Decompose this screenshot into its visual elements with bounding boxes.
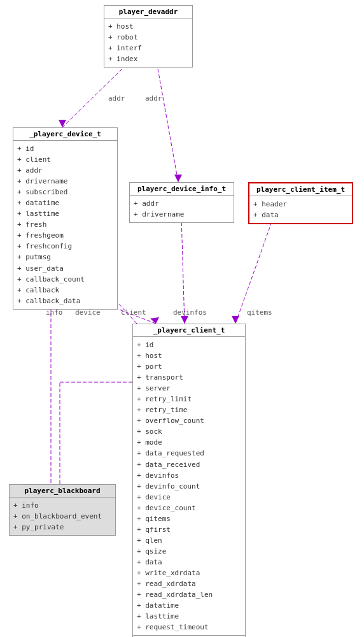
field: + id bbox=[137, 340, 241, 350]
field: + mode bbox=[137, 437, 241, 448]
svg-marker-3 bbox=[174, 175, 182, 182]
field: + qitems bbox=[137, 513, 241, 524]
field: + addr bbox=[134, 198, 230, 209]
field: + overflow_count bbox=[137, 415, 241, 426]
field: + read_xdrdata_len bbox=[137, 589, 241, 600]
field: + devinfo_count bbox=[137, 481, 241, 492]
field: + data bbox=[137, 557, 241, 568]
field: + transport bbox=[137, 372, 241, 383]
field: + data bbox=[253, 210, 348, 220]
playerc-blackboard-box: playerc_blackboard + info + on_blackboar… bbox=[9, 484, 116, 536]
playerc-blackboard-title: playerc_blackboard bbox=[10, 485, 115, 497]
field: + callback_count bbox=[17, 274, 113, 285]
field: + datatime bbox=[137, 600, 241, 611]
field: + index bbox=[108, 54, 188, 64]
label-addr-2: addr bbox=[145, 94, 162, 103]
playerc-device-info-t-box: playerc_device_info_t + addr + drivernam… bbox=[129, 182, 234, 223]
playerc-client-t-body: + id + host + port + transport + server … bbox=[133, 337, 245, 635]
playerc-device-t-box: _playerc_device_t + id + client + addr +… bbox=[13, 127, 118, 310]
svg-marker-11 bbox=[181, 316, 188, 324]
svg-line-2 bbox=[158, 69, 178, 182]
field: + lasttime bbox=[17, 208, 113, 219]
svg-marker-1 bbox=[59, 120, 66, 127]
playerc-client-item-t-body: + header + data bbox=[249, 196, 352, 223]
field: + user_data bbox=[17, 263, 113, 274]
svg-line-12 bbox=[235, 217, 274, 324]
field: + data_requested bbox=[137, 448, 241, 459]
field: + retry_limit bbox=[137, 394, 241, 404]
field: + header bbox=[253, 199, 348, 210]
player-devaddr-title: player_devaddr bbox=[104, 6, 192, 18]
field: + interf bbox=[108, 43, 188, 54]
field: + freshconfig bbox=[17, 241, 113, 252]
field: + retry_time bbox=[137, 404, 241, 415]
field: + on_blackboard_event bbox=[13, 511, 111, 522]
field: + info bbox=[13, 500, 111, 511]
field: + host bbox=[137, 350, 241, 361]
label-qitems: qitems bbox=[247, 308, 272, 317]
diagram-container: player_devaddr + host + robot + interf +… bbox=[0, 0, 364, 637]
field: + fresh bbox=[17, 219, 113, 230]
playerc-client-t-box: _playerc_client_t + id + host + port + t… bbox=[132, 324, 246, 637]
label-addr-1: addr bbox=[108, 94, 125, 103]
svg-line-10 bbox=[181, 217, 185, 324]
field: + callback_data bbox=[17, 296, 113, 306]
svg-marker-13 bbox=[232, 316, 239, 324]
field: + read_xdrdata bbox=[137, 578, 241, 589]
field: + write_xdrdata bbox=[137, 568, 241, 578]
playerc-blackboard-body: + info + on_blackboard_event + py_privat… bbox=[10, 497, 115, 535]
field: + freshgeom bbox=[17, 230, 113, 241]
label-device: device bbox=[75, 308, 101, 317]
field: + sock bbox=[137, 426, 241, 437]
field: + callback bbox=[17, 285, 113, 296]
playerc-client-item-t-box: playerc_client_item_t + header + data bbox=[248, 182, 353, 224]
label-client: client bbox=[121, 308, 146, 317]
player-devaddr-box: player_devaddr + host + robot + interf +… bbox=[104, 5, 193, 68]
field: + id bbox=[17, 143, 113, 154]
field: + robot bbox=[108, 32, 188, 43]
playerc-client-item-t-title: playerc_client_item_t bbox=[249, 183, 352, 196]
playerc-device-t-title: _playerc_device_t bbox=[13, 128, 117, 141]
playerc-device-info-t-body: + addr + drivername bbox=[130, 196, 234, 222]
field: + qfirst bbox=[137, 524, 241, 535]
field: + addr bbox=[17, 165, 113, 176]
label-info: info bbox=[46, 308, 63, 317]
player-devaddr-body: + host + robot + interf + index bbox=[104, 18, 192, 67]
field: + host bbox=[108, 21, 188, 32]
svg-marker-7 bbox=[150, 317, 159, 324]
label-devinfos: devinfos bbox=[173, 308, 207, 317]
field: + py_private bbox=[13, 522, 111, 533]
field: + lasttime bbox=[137, 611, 241, 622]
field: + drivername bbox=[17, 176, 113, 187]
playerc-client-t-title: _playerc_client_t bbox=[133, 324, 245, 337]
playerc-device-info-t-title: playerc_device_info_t bbox=[130, 183, 234, 196]
playerc-device-t-body: + id + client + addr + drivername + subs… bbox=[13, 141, 117, 309]
field: + subscribed bbox=[17, 187, 113, 197]
field: + device bbox=[137, 492, 241, 503]
field: + server bbox=[137, 383, 241, 394]
field: + devinfos bbox=[137, 470, 241, 481]
field: + datatime bbox=[17, 197, 113, 208]
field: + device_count bbox=[137, 503, 241, 513]
field: + qlen bbox=[137, 535, 241, 546]
field: + putmsg bbox=[17, 252, 113, 262]
field: + qsize bbox=[137, 546, 241, 557]
field: + data_received bbox=[137, 459, 241, 470]
field: + port bbox=[137, 361, 241, 372]
field: + request_timeout bbox=[137, 622, 241, 633]
field: + drivername bbox=[134, 209, 230, 220]
field: + client bbox=[17, 154, 113, 165]
